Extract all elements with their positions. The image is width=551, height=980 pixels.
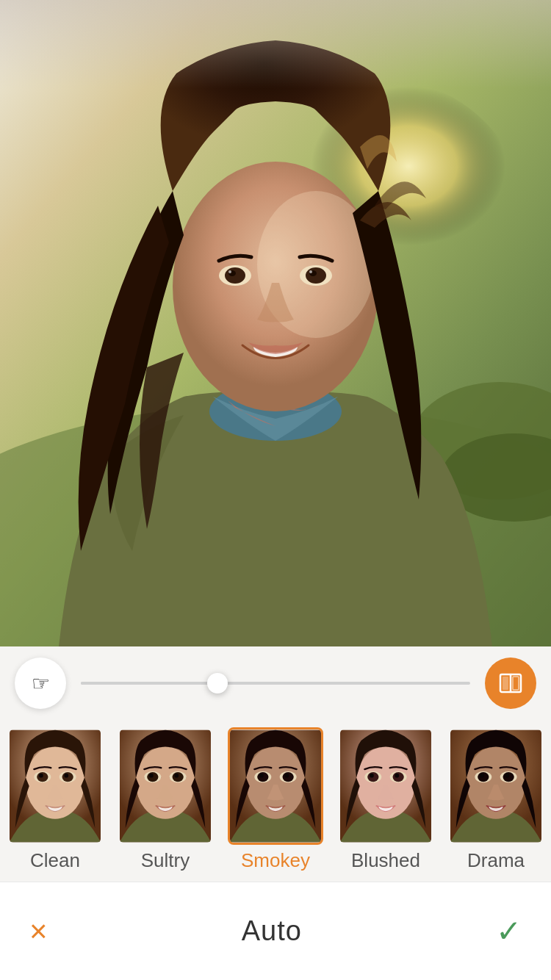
filter-item-smokey[interactable]: Smokey [220, 727, 331, 872]
svg-point-63 [467, 746, 525, 819]
slider-thumb[interactable] [207, 673, 228, 693]
svg-point-56 [370, 774, 374, 778]
filter-thumb-blushed [338, 727, 433, 845]
svg-rect-19 [503, 677, 508, 690]
svg-point-69 [505, 774, 509, 778]
filter-label-sultry: Sultry [141, 849, 190, 872]
toolbar: ☞ [0, 646, 551, 720]
svg-rect-20 [513, 677, 519, 690]
svg-point-53 [356, 746, 415, 819]
main-photo [0, 0, 551, 646]
page-title: Auto [242, 915, 302, 947]
svg-point-40 [174, 774, 179, 778]
slider-fill [81, 682, 217, 685]
photo-area [0, 0, 551, 646]
bottom-bar: × Auto ✓ [0, 882, 551, 980]
svg-point-16 [309, 270, 312, 273]
filter-thumb-drama [448, 727, 544, 845]
svg-point-44 [246, 746, 305, 819]
slider-container [66, 682, 485, 685]
filter-label-drama: Drama [467, 849, 525, 872]
filter-item-blushed[interactable]: Blushed [331, 727, 441, 872]
filter-item-sultry[interactable]: Sultry [110, 727, 220, 872]
compare-button[interactable] [485, 657, 536, 709]
svg-point-14 [306, 267, 326, 284]
svg-point-32 [136, 746, 195, 819]
svg-point-10 [225, 267, 245, 284]
svg-point-26 [39, 774, 43, 778]
status-bar-gradient [0, 0, 551, 88]
cancel-button[interactable]: × [29, 914, 48, 949]
filter-thumb-smokey [228, 727, 323, 845]
svg-point-12 [228, 270, 231, 273]
svg-point-29 [64, 774, 68, 778]
filter-label-blushed: Blushed [351, 849, 420, 872]
filter-label-clean: Clean [30, 849, 80, 872]
svg-point-47 [259, 774, 264, 778]
gesture-icon: ☞ [32, 671, 50, 696]
compare-icon [497, 670, 524, 696]
filter-thumb-sultry [118, 727, 213, 845]
confirm-button[interactable]: ✓ [496, 913, 522, 949]
filter-item-clean[interactable]: Clean [0, 727, 110, 872]
svg-point-37 [149, 774, 154, 778]
filter-strip: Clean [0, 720, 551, 882]
svg-point-66 [480, 774, 484, 778]
gesture-button[interactable]: ☞ [15, 657, 66, 709]
filter-thumb-clean [7, 727, 103, 845]
filter-label-smokey: Smokey [241, 849, 310, 872]
slider-track[interactable] [81, 682, 470, 685]
svg-point-23 [26, 746, 84, 819]
filter-item-drama[interactable]: Drama [441, 727, 551, 872]
svg-point-50 [284, 774, 289, 778]
svg-point-59 [395, 774, 399, 778]
